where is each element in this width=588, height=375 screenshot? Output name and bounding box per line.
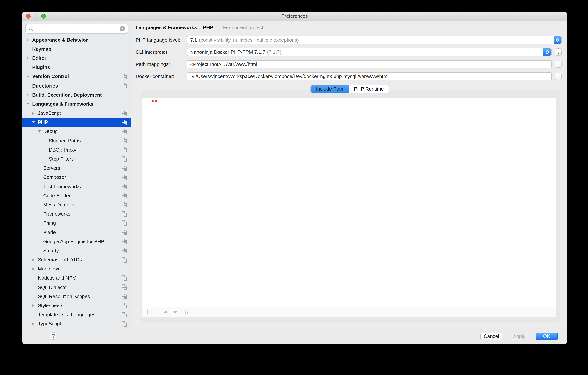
per-project-icon [122,156,126,162]
zoom-window-button[interactable] [41,14,46,19]
row-number: 1. [146,99,150,105]
sidebar-tree-item[interactable]: Plugins [22,63,131,72]
row-value: "" [152,100,158,105]
title-bar[interactable]: Preferences [22,12,567,21]
cancel-button[interactable]: Cancel [480,333,502,340]
sidebar-tree-item[interactable]: Code Sniffer [22,191,131,200]
sidebar-tree-item[interactable]: Build, Execution, Deployment [22,90,131,99]
tree-expand-icon[interactable] [32,267,34,271]
sidebar-tree-item[interactable]: Languages & Frameworks [22,99,131,109]
breadcrumb-separator-icon: › [199,25,201,30]
sidebar-tree-item[interactable]: Google App Engine for PHP [22,237,131,246]
tab-include-path[interactable]: Include Path [311,85,349,93]
ok-button[interactable]: OK [536,333,558,340]
close-window-button[interactable] [26,14,31,19]
form-row-path-mappings: Path mappings: <Project root>→/var/www/h… [136,60,562,68]
sort-alpha-icon[interactable]: ↓az [182,307,191,317]
tab-php-runtime[interactable]: PHP Runtime [349,85,389,93]
sidebar-tree-item[interactable]: Keymap [22,44,131,53]
docker-container-browse-button[interactable] [555,73,562,80]
tree-item-label: Frameworks [43,211,70,217]
sidebar-tree-item[interactable]: Smarty [22,246,131,255]
sidebar-tree-item[interactable]: Markdown [22,264,131,273]
tree-item-label: Mess Detector [43,202,75,208]
include-path-list[interactable]: 1. "" [142,98,556,307]
path-mappings-browse-button[interactable] [555,61,562,68]
include-path-row[interactable]: 1. "" [142,98,556,106]
per-project-icon [122,220,126,226]
docker-container-field[interactable]: -v /Users/vincent/Workspace/Docker/Compo… [187,72,552,80]
tree-expand-icon[interactable] [27,38,29,41]
move-up-icon[interactable] [161,307,170,317]
tree-item-label: TypeScript [38,321,61,327]
sidebar-tree-item[interactable]: Stylesheets [22,301,131,310]
path-mappings-label: Path mappings: [136,61,187,67]
tree-expand-icon[interactable] [27,93,29,96]
path-mappings-field[interactable]: <Project root>→/var/www/html [187,60,552,68]
tree-expand-icon[interactable] [27,57,29,60]
tree-expand-icon[interactable] [32,258,34,261]
move-down-icon[interactable] [170,307,179,317]
sidebar-tree-item[interactable]: JavaScript [22,109,131,118]
per-project-icon [122,175,126,180]
per-project-icon [122,294,126,299]
tree-expand-icon[interactable] [32,322,34,325]
tree-item-label: JavaScript [38,110,61,116]
sidebar-tree-item[interactable]: Directories [22,81,131,90]
tree-expand-icon[interactable] [27,75,29,78]
sidebar-tree-item[interactable]: Debug [22,127,131,136]
tree-expand-icon[interactable] [32,112,34,115]
sidebar-tree-item[interactable]: Skipped Paths [22,136,131,145]
search-input[interactable] [33,26,120,32]
sidebar-tree-item[interactable]: Node.js and NPM [22,273,131,282]
tree-expand-icon[interactable] [27,103,30,105]
sidebar-tree-item[interactable]: PHP [22,118,131,127]
tree-expand-icon[interactable] [32,304,34,307]
tree-item-label: Node.js and NPM [38,275,76,281]
add-icon[interactable] [143,307,152,317]
sidebar-tree-item[interactable]: SQL Dialects [22,282,131,292]
per-project-icon [122,284,126,290]
sidebar-tree-item[interactable]: Phing [22,219,131,228]
settings-search-box[interactable]: ✕ [25,24,128,34]
sidebar-tree-item[interactable]: SQL Resolution Scopes [22,292,131,301]
tree-item-label: Composer [43,174,66,180]
sidebar-tree-item[interactable]: Frameworks [22,209,131,218]
sidebar-tree-item[interactable]: Appearance & Behavior [22,35,131,44]
remove-icon[interactable] [152,307,161,317]
tree-item-label: PHP [38,120,48,125]
cli-interpreter-browse-button[interactable] [555,49,562,56]
sidebar-tree-item[interactable]: Test Frameworks [22,182,131,191]
sidebar-tree-item[interactable]: Composer [22,173,131,182]
tree-item-label: Version Control [32,74,69,79]
sidebar-tree-item[interactable]: Step Filters [22,154,131,163]
minimize-window-button[interactable] [34,14,38,19]
settings-tree: Appearance & Behavior Keymap Editor Plug… [22,35,131,328]
sidebar-tree-item[interactable]: DBGp Proxy [22,145,131,154]
sidebar-tree-item[interactable]: Servers [22,163,131,173]
tree-expand-icon[interactable] [32,121,35,124]
sidebar-tree-item[interactable]: Template Data Languages [22,310,131,319]
list-toolbar: ↓az [142,307,556,317]
clear-search-icon[interactable]: ✕ [120,26,125,31]
sidebar-tree-item[interactable]: Schemas and DTDs [22,255,131,264]
sidebar-tree-item[interactable]: Mess Detector [22,200,131,209]
sidebar-tree-item[interactable]: Version Control [22,72,131,81]
language-level-select[interactable]: 7.1 (const visibility, nullables, multip… [187,36,562,44]
select-stepper-icon[interactable] [543,49,551,56]
dialog-footer: ? Cancel Apply OK [22,328,567,344]
tree-item-label: Markdown [38,266,61,272]
sidebar-tree-item[interactable]: Editor [22,54,131,63]
apply-button[interactable]: Apply [508,333,530,340]
select-stepper-icon[interactable] [554,36,561,43]
help-button[interactable]: ? [50,332,57,340]
language-level-note: (const visibility, nullables, multiple e… [199,37,299,43]
tree-item-label: Directories [32,83,58,88]
sidebar-tree-item[interactable]: Blade [22,228,131,237]
per-project-icon [122,193,126,198]
cli-interpreter-select[interactable]: Nanoninja Docker PHP-FPM 7.1.7 (7.1.7) [187,48,552,56]
per-project-icon [122,312,126,317]
tree-expand-icon[interactable] [38,130,41,133]
language-level-value: 7.1 [190,37,197,43]
sidebar-tree-item[interactable]: TypeScript [22,319,131,328]
